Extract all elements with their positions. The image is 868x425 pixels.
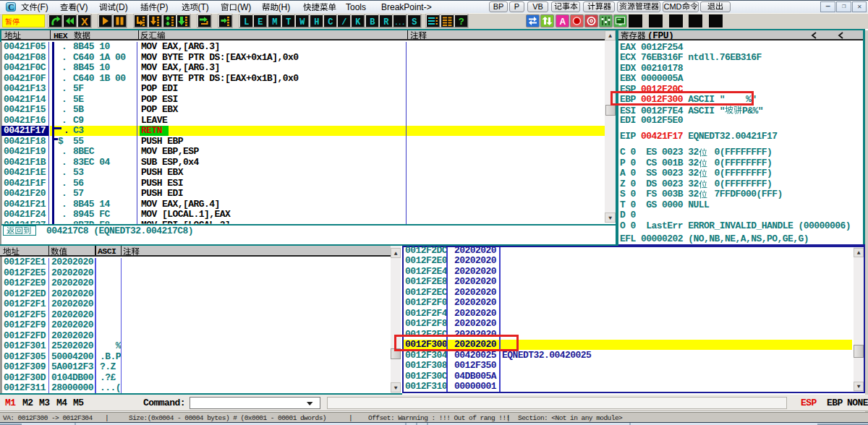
svg-text:W: W <box>299 17 305 27</box>
svg-text:B: B <box>370 17 375 27</box>
svg-text:L: L <box>244 17 249 27</box>
svg-text:C: C <box>328 17 333 27</box>
svg-text:...: ... <box>395 20 406 27</box>
svg-text:?: ? <box>459 16 464 27</box>
svg-text:X: X <box>81 16 88 27</box>
svg-text:H: H <box>314 17 319 27</box>
svg-text:K: K <box>356 17 362 27</box>
svg-text:S: S <box>412 17 417 27</box>
svg-text:/: / <box>341 17 346 27</box>
svg-text:R: R <box>383 17 389 27</box>
svg-text:M: M <box>272 17 277 27</box>
svg-text:T: T <box>286 17 291 27</box>
svg-text:A: A <box>559 17 566 27</box>
svg-text:E: E <box>258 17 263 27</box>
